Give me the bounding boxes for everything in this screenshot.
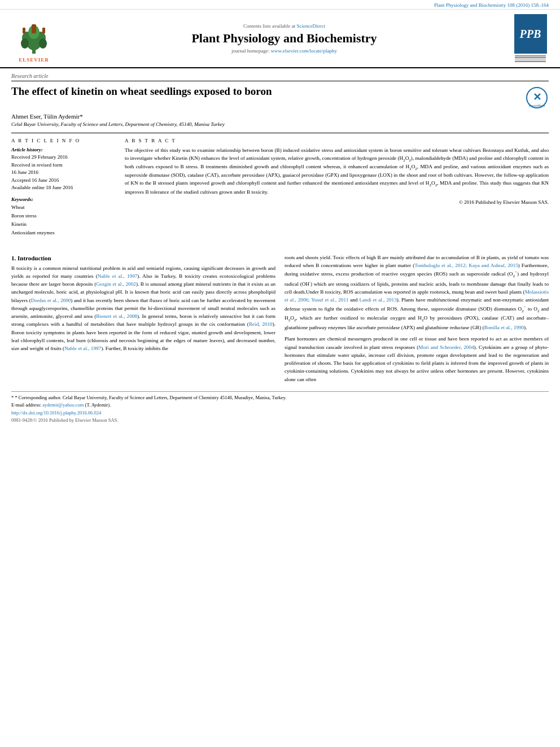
footnotes-area: * * Corresponding author. Celal Bayar Un… — [11, 391, 549, 423]
elsevier-label: ELSEVIER — [19, 57, 49, 63]
keywords-list: Wheat Boron stress Kinetin Antioxidant e… — [11, 203, 116, 238]
abstract-header: A B S T R A C T — [125, 138, 549, 143]
ref-dordas-2000[interactable]: Dordas et al., 2000 — [31, 298, 71, 303]
abstract-text: The objective of this study was to exami… — [125, 147, 549, 196]
keyword-4: Antioxidant enzymes — [11, 229, 116, 237]
journal-homepage: journal homepage: www.elsevier.com/locat… — [231, 48, 337, 54]
article-body: Research article The effect of kinetin o… — [0, 68, 560, 254]
svg-point-5 — [39, 38, 47, 49]
svg-rect-7 — [32, 24, 36, 33]
ref-reid-2010[interactable]: Reid, 2010 — [249, 321, 273, 327]
article-history-section: Article history: Received 29 February 20… — [11, 147, 116, 192]
copyright-line: © 2016 Published by Elsevier Masson SAS. — [125, 199, 549, 205]
journal-main-title: Plant Physiology and Biochemistry — [191, 31, 377, 46]
sciencedirect-link[interactable]: ScienceDirect — [297, 23, 325, 29]
article-info-col: A R T I C L E I N F O Article history: R… — [11, 138, 116, 242]
keyword-3: Kinetin — [11, 220, 116, 229]
journal-ref-text: Plant Physiology and Biochemistry 108 (2… — [434, 2, 549, 8]
crossmark-icon[interactable]: ✕ CrossMark — [526, 87, 549, 110]
homepage-label: journal homepage: — [231, 48, 269, 54]
ref-nable-1997b[interactable]: Nable et al., 1997 — [64, 346, 101, 351]
article-info-header: A R T I C L E I N F O — [11, 138, 116, 143]
svg-text:CrossMark: CrossMark — [528, 104, 545, 107]
revised-label: Received in revised form — [11, 161, 116, 169]
contents-text: Contents lists available at — [243, 23, 295, 29]
journal-title-center: Contents lists available at ScienceDirec… — [62, 14, 506, 63]
journal-header: ELSEVIER Contents lists available at Sci… — [0, 10, 560, 68]
ref-molassiotis-2006[interactable]: Molassiotis et al., 2006; Yusuf et al., … — [285, 289, 549, 303]
keywords-label: Keywords: — [11, 196, 116, 202]
corresponding-note: * * Corresponding author. Celal Bayar Un… — [11, 394, 549, 401]
ref-gezgin-2002[interactable]: Gezgin et al., 2002 — [96, 281, 136, 287]
svg-point-4 — [21, 38, 29, 49]
doi-line[interactable]: http://dx.doi.org/10.1016/j.plaphy.2016.… — [11, 410, 549, 416]
ref-tombuloglu-2012[interactable]: Tombuloglu et al., 2012; Kaya and Ashraf… — [414, 263, 518, 268]
ref-bienert-2008[interactable]: Bienert et al., 2008 — [96, 313, 137, 319]
page: Plant Physiology and Biochemistry 108 (2… — [0, 0, 560, 747]
keyword-2: Boron stress — [11, 212, 116, 220]
intro-number: 1. — [11, 255, 18, 261]
ppb-logo: PPB — [512, 14, 549, 63]
article-title-row: The effect of kinetin on wheat seedlings… — [11, 85, 549, 110]
intro-left-para-1: B toxicity is a common mineral nutrition… — [11, 264, 275, 353]
article-type-label: Research article — [11, 73, 549, 81]
journal-ref-bar: Plant Physiology and Biochemistry 108 (2… — [0, 0, 560, 10]
bottom-copyright: 0981-9428/© 2016 Published by Elsevier M… — [11, 417, 549, 423]
authors-line: Ahmet Eser, Tülin Aydemir* — [11, 113, 549, 120]
article-history-label: Article history: — [11, 147, 116, 152]
homepage-link[interactable]: www.elsevier.com/locate/plaphy — [271, 48, 337, 54]
svg-rect-9 — [42, 28, 45, 33]
article-info-abstract-row: A R T I C L E I N F O Article history: R… — [11, 133, 549, 242]
email-label: E-mail address: — [11, 402, 41, 408]
article-title: The effect of kinetin on wheat seedlings… — [11, 85, 520, 99]
contents-line: Contents lists available at ScienceDirec… — [243, 23, 325, 29]
online-date: Available online 18 June 2016 — [11, 184, 116, 192]
revised-date: 16 June 2016 — [11, 169, 116, 177]
abstract-col: A B S T R A C T The objective of this st… — [125, 138, 549, 242]
ref-nable-1997[interactable]: Nable et al., 1997 — [98, 273, 138, 279]
email-address[interactable]: aydemir@yahoo.com — [42, 402, 84, 408]
ref-landi-2013[interactable]: Landi et al., 2013 — [359, 297, 396, 303]
keywords-section: Keywords: Wheat Boron stress Kinetin Ant… — [11, 196, 116, 238]
ref-mori-2004[interactable]: Mori and Schroeder, 2004 — [418, 344, 474, 350]
email-line: E-mail address: aydemir@yahoo.com (T. Ay… — [11, 401, 549, 409]
elsevier-logo: ELSEVIER — [11, 14, 56, 63]
svg-rect-8 — [23, 28, 25, 33]
elsevier-tree-icon — [17, 23, 51, 56]
ppb-box: PPB — [514, 14, 547, 54]
affiliation-line: Celal Bayar University, Faculty of Scien… — [11, 121, 549, 127]
intro-section-title: 1. Introduction — [11, 255, 275, 261]
authors-text: Ahmet Eser, Tülin Aydemir* — [11, 113, 83, 120]
intro-right-para-1: roots and shoots yield. Toxic effects of… — [285, 254, 549, 332]
main-content: 1. Introduction B toxicity is a common m… — [0, 254, 560, 387]
right-content-col: roots and shoots yield. Toxic effects of… — [285, 254, 549, 387]
email-author: (T. Aydemir). — [85, 402, 111, 408]
left-content-col: 1. Introduction B toxicity is a common m… — [11, 254, 275, 387]
ref-bonilla-1990[interactable]: Bonilla et al., 1990 — [484, 325, 524, 330]
received-date: Received 29 February 2016 — [11, 154, 116, 161]
intro-right-para-2: Plant hormones are chemical messengers p… — [285, 335, 549, 383]
accepted-date: Accepted 16 June 2016 — [11, 177, 116, 185]
keyword-1: Wheat — [11, 203, 116, 212]
intro-title: Introduction — [18, 255, 51, 261]
svg-text:✕: ✕ — [533, 91, 541, 103]
